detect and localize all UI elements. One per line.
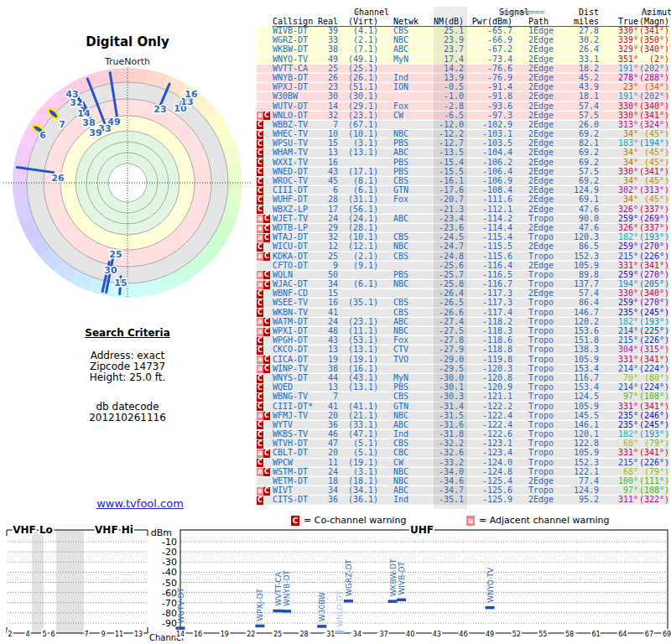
nm-cell: -24.7 xyxy=(419,242,464,252)
co-channel-marker: C xyxy=(263,468,270,476)
uhf-channel-tick-label: 16 xyxy=(194,631,202,638)
path-cell: Tropo xyxy=(512,402,559,412)
uhf-channel-tick-label: 55 xyxy=(538,631,547,638)
column-header: Callsign xyxy=(273,17,313,26)
network-cell: NBC xyxy=(378,280,419,289)
azimuth-true-cell: 329° xyxy=(599,45,638,55)
vhf-channel-tick-label: 11 xyxy=(115,631,123,638)
dist-group-header: Dist xyxy=(559,8,599,17)
nm-cell: -35.1 xyxy=(419,496,464,505)
warning-marker-cell: C xyxy=(257,421,273,430)
network-cell xyxy=(378,92,419,101)
radar-station-label: 23 xyxy=(153,104,166,115)
co-channel-marker: C xyxy=(257,375,263,383)
co-channel-marker: C xyxy=(257,178,263,186)
network-cell: CBC xyxy=(378,449,419,458)
path-cell: 2Edge xyxy=(512,45,559,55)
co-channel-marker: C xyxy=(257,149,263,158)
path-cell: 2Edge xyxy=(512,148,559,158)
nm-cell: -31.4 xyxy=(419,402,464,412)
power-cell: -115.5 xyxy=(464,242,512,252)
warning-marker-cell: aC xyxy=(257,215,273,224)
warning-marker-cell: C xyxy=(257,459,273,468)
adjacent-channel-marker: a xyxy=(257,449,263,458)
warning-marker-cell: C xyxy=(257,205,273,215)
distance-cell: 138.3 xyxy=(559,345,599,355)
table-row: CWUHF-DT28(31.1)Fox-20.7-111.62Edge69.13… xyxy=(257,195,669,205)
vhf-channel-tick-label: 2 xyxy=(8,631,12,638)
distance-cell: 69.1 xyxy=(559,195,599,205)
co-channel-marker: C xyxy=(263,356,270,364)
network-cell: CBS xyxy=(378,299,419,308)
network-cell: Fox xyxy=(378,102,419,112)
column-header: NM(dB) xyxy=(419,17,464,26)
distance-cell: 124.5 xyxy=(559,392,599,402)
virtual-channel-cell: (13.1) xyxy=(338,383,378,392)
azimuth-magnetic-cell: (45°) xyxy=(638,148,669,158)
co-channel-marker: C xyxy=(257,421,263,429)
distance-cell: 152.3 xyxy=(559,252,599,262)
warning-marker-cell: C xyxy=(257,374,273,383)
co-channel-marker: C xyxy=(257,440,263,449)
adjacent-channel-marker: a xyxy=(257,365,263,373)
power-cell: -67.2 xyxy=(464,45,512,55)
azimuth-magnetic-cell: (322°) xyxy=(638,496,669,505)
co-channel-marker: C xyxy=(263,234,270,242)
radar-station-label: 6 xyxy=(39,130,46,141)
signal-bar-label: WGRZ-DT xyxy=(345,559,353,596)
uhf-channel-tick-label: 46 xyxy=(459,631,467,638)
warning-marker-cell: C xyxy=(257,299,273,308)
real-channel-cell: 7 xyxy=(313,392,338,402)
azimuth-magnetic-cell: (226°) xyxy=(638,252,669,262)
nm-cell: -2.8 xyxy=(419,102,464,112)
warning-marker-cell xyxy=(257,45,273,55)
warning-marker-cell: aC xyxy=(257,224,273,233)
warning-marker-cell: C xyxy=(257,383,273,392)
warning-marker-cell: C xyxy=(257,148,273,158)
nm-cell: -1.0 xyxy=(419,92,464,101)
co-channel-marker: C xyxy=(257,140,263,148)
station-table: ==Channel==========Signal=========Dist==… xyxy=(257,8,669,506)
distance-cell: 105.9 xyxy=(559,449,599,458)
real-channel-cell: 12 xyxy=(313,242,338,252)
warning-marker-cell: C xyxy=(257,496,273,505)
dbm-tick-label: -10 xyxy=(162,537,177,548)
azimuth-magnetic-cell: (270°) xyxy=(638,242,669,252)
co-channel-marker: C xyxy=(263,271,270,279)
network-cell: ION xyxy=(378,83,419,92)
uhf-channel-tick-label: 40 xyxy=(406,631,414,638)
table-row: CCKCO-DT13(13.1)CTV-27.9-118.8Tropo138.3… xyxy=(257,345,669,355)
network-cell: CTV xyxy=(378,345,419,355)
virtual-channel-cell: (9.1) xyxy=(338,262,378,271)
dbm-tick-label: -20 xyxy=(162,547,177,558)
real-channel-cell: 41 xyxy=(313,402,338,412)
vhf-gap-band xyxy=(56,530,84,633)
path-cell: 2Edge xyxy=(512,92,559,101)
warning-marker-cell xyxy=(257,262,273,271)
power-cell: -104.4 xyxy=(464,148,512,158)
column-header: (Magn) xyxy=(638,17,669,26)
search-criteria-heading: Search Criteria xyxy=(0,327,255,339)
power-cell: -117.3 xyxy=(464,299,512,308)
real-channel-cell: 38 xyxy=(313,45,338,55)
warning-marker-cell: C xyxy=(257,345,273,355)
warning-marker-cell: C xyxy=(257,168,273,177)
co-channel-marker: C xyxy=(263,252,270,261)
network-cell: CBS xyxy=(378,252,419,262)
table-row: aCCBLT-DT20(5.1)CBC-32.6-123.4Tropo105.9… xyxy=(257,449,669,458)
warning-marker-cell: C xyxy=(257,242,273,252)
table-row: CWBNG-TV7CBS-30.3-121.1Tropo124.597°(108… xyxy=(257,392,669,402)
power-cell: -118.8 xyxy=(464,345,512,355)
path-cell: 2Edge xyxy=(512,242,559,252)
uhf-label: UHF xyxy=(410,524,434,536)
warning-marker-cell: C xyxy=(257,158,273,168)
radar-hue-rim-segment xyxy=(13,182,29,203)
callsign-cell: W30BW xyxy=(273,92,313,101)
callsign-cell: WICU-DT xyxy=(273,242,313,252)
power-cell: -123.4 xyxy=(464,449,512,458)
azimuth-magnetic-cell: (270°) xyxy=(638,299,669,308)
table-row: CWICU-DT12(12.1)NBC-24.7-115.52Edge86.52… xyxy=(257,242,669,252)
dbm-tick-label: -60 xyxy=(162,588,177,599)
signal-bar-label: WIVB-DT xyxy=(398,561,406,595)
distance-cell: 95.2 xyxy=(559,496,599,505)
